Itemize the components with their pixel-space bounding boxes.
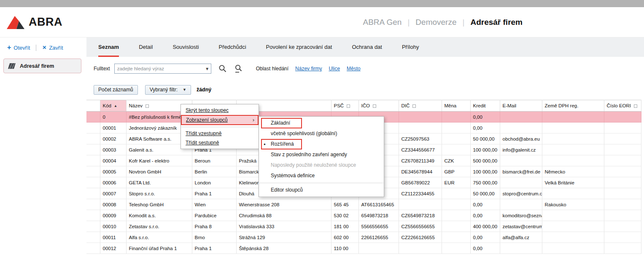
cell-dic[interactable]: GB56789022 <box>399 177 442 188</box>
cell-e-mail[interactable] <box>500 123 542 133</box>
cell-kod[interactable]: 00009 <box>100 210 126 221</box>
cell-mesto[interactable]: Beroun <box>192 155 236 166</box>
column-header-kod[interactable]: Kód▲ <box>100 100 126 112</box>
cell-mesto[interactable]: Brno <box>192 232 236 243</box>
cell-mena[interactable] <box>442 232 470 243</box>
cell-cislo-eori[interactable] <box>604 133 641 144</box>
cell-mena[interactable]: EUR <box>442 177 470 188</box>
cell-dic[interactable] <box>399 112 442 123</box>
cell-nazev[interactable]: Novtron GmbH <box>126 166 192 177</box>
cell-kod[interactable]: 00002 <box>100 133 126 144</box>
cell-kod[interactable]: 00001 <box>100 123 126 133</box>
table-row[interactable]: 00010Zetastav s.r.o.Praha 8Vratislavská … <box>86 221 641 232</box>
cell-dic[interactable]: CZ6549873218 <box>399 210 442 221</box>
open-button[interactable]: + Otevřít <box>7 44 30 51</box>
cell-e-mail[interactable]: bismarck@frei.de <box>500 166 542 177</box>
cell-e-mail[interactable] <box>500 199 542 210</box>
cell-cislo-eori[interactable] <box>604 144 641 155</box>
column-header-e-mail[interactable]: E-Mail <box>500 100 542 112</box>
cell-e-mail[interactable] <box>500 112 542 123</box>
cell-zeme-dph-reg[interactable]: Velká Británie <box>542 177 604 188</box>
cell-kredit[interactable]: 100 000,00 <box>470 166 500 177</box>
cell-kredit[interactable]: 50 000,00 <box>470 188 500 199</box>
cell-ulice[interactable]: Štěpánská 28 <box>236 243 331 254</box>
cell-e-mail[interactable] <box>500 177 542 188</box>
cell-kod[interactable]: 00005 <box>100 166 126 177</box>
menu-item-vcetne-spolehlivosti-globalni[interactable]: včetně spolehlivosti (globální) <box>259 128 384 139</box>
cell-zeme-dph-reg[interactable] <box>542 133 604 144</box>
cell-psc[interactable]: 110 00 <box>331 243 358 254</box>
cell-cislo-eori[interactable] <box>604 210 641 221</box>
cell-mena[interactable] <box>442 199 470 210</box>
menu-item-tridit-vzestupne[interactable]: Třídit vzestupně <box>181 129 259 138</box>
cell-ulice[interactable]: Chrudimská 88 <box>236 210 331 221</box>
tab-ochrana-dat[interactable]: Ochrana dat <box>352 37 382 57</box>
column-header-dic[interactable]: DIČ <box>399 100 442 112</box>
column-header-zeme-dph-reg[interactable]: Země DPH reg. <box>542 100 604 112</box>
cell-zeme-dph-reg[interactable] <box>542 210 604 221</box>
cell-ico[interactable] <box>358 243 399 254</box>
cell-ulice[interactable]: Wienerstrasse 208 <box>236 199 331 210</box>
column-header-psc[interactable]: PSČ <box>331 100 358 112</box>
cell-nazev[interactable]: Finanční úřad Praha 1 <box>126 243 192 254</box>
column-header-kredit[interactable]: Kredit <box>470 100 500 112</box>
cell-dic[interactable]: CZ6708211349 <box>399 155 442 166</box>
cell-zeme-dph-reg[interactable] <box>542 221 604 232</box>
cell-kod[interactable]: 00004 <box>100 155 126 166</box>
cell-mesto[interactable]: Praha 1 <box>192 243 236 254</box>
cell-kredit[interactable]: 100 000,00 <box>470 144 500 155</box>
tab-detail[interactable]: Detail <box>139 37 153 57</box>
table-row[interactable]: 00008Teleshop GmbHWienWienerstrasse 2085… <box>86 199 641 210</box>
cell-nazev[interactable]: Stopro s.r.o. <box>126 188 192 199</box>
cell-kod[interactable]: 00007 <box>100 188 126 199</box>
scope-link-mesto[interactable]: Město <box>347 66 361 72</box>
cell-psc[interactable]: 530 02 <box>331 210 358 221</box>
cell-nazev[interactable]: Komodit a.s. <box>126 210 192 221</box>
cell-zeme-dph-reg[interactable] <box>542 155 604 166</box>
fulltext-input[interactable] <box>115 66 204 71</box>
cell-kod[interactable]: 0 <box>100 112 126 123</box>
record-count-button[interactable]: Počet záznamů <box>94 85 138 95</box>
cell-zeme-dph-reg[interactable] <box>542 123 604 133</box>
cell-mena[interactable]: CZK <box>442 155 470 166</box>
cell-mena[interactable] <box>442 123 470 133</box>
column-header-ico[interactable]: IČO <box>358 100 399 112</box>
menu-item-rozsirena[interactable]: Rozšířená● <box>259 139 384 149</box>
cell-kredit[interactable]: 0,00 <box>470 112 500 123</box>
cell-mesto[interactable]: London <box>192 177 236 188</box>
table-row[interactable]: 00009Komodit a.s.PardubiceChrudimská 885… <box>86 210 641 221</box>
cell-kredit[interactable]: 0,00 <box>470 199 500 210</box>
cell-mena[interactable] <box>442 144 470 155</box>
cell-cislo-eori[interactable] <box>604 199 641 210</box>
menu-item-skryt-tento-sloupec[interactable]: Skrýt tento sloupec <box>181 106 259 115</box>
cell-e-mail[interactable]: komoditsro@sezna <box>500 210 542 221</box>
cell-dic[interactable]: DE345678944 <box>399 166 442 177</box>
menu-item-stav-z-posledniho-zavreni-agendy[interactable]: Stav z posledního zavření agendy <box>259 149 384 160</box>
cell-kod[interactable]: 00006 <box>100 177 126 188</box>
cell-kredit[interactable]: 0,00 <box>470 243 500 254</box>
cell-mena[interactable] <box>442 112 470 123</box>
cell-zeme-dph-reg[interactable] <box>542 112 604 123</box>
cell-dic[interactable] <box>399 123 442 133</box>
scope-link-nazev-firmy[interactable]: Název firmy <box>295 66 322 72</box>
tab-prilohy[interactable]: Přílohy <box>402 37 419 57</box>
cell-ico[interactable]: 5566556655 <box>358 221 399 232</box>
cell-dic[interactable]: CZ2266126655 <box>399 232 442 243</box>
cell-kod[interactable]: 00008 <box>100 199 126 210</box>
cell-ulice[interactable]: Vratislavská 333 <box>236 221 331 232</box>
tab-souvislosti[interactable]: Souvislosti <box>172 37 199 57</box>
cell-dic[interactable]: CZ1122334455 <box>399 188 442 199</box>
cell-cislo-eori[interactable] <box>604 221 641 232</box>
filter-select-button[interactable]: Vybraný filtr: ▼ <box>145 85 191 95</box>
cell-kredit[interactable]: 750 000,00 <box>470 177 500 188</box>
cell-mena[interactable] <box>442 243 470 254</box>
tab-predchudci[interactable]: Předchůdci <box>219 37 246 57</box>
cell-ico[interactable]: 2266126655 <box>358 232 399 243</box>
cell-dic[interactable]: CZ25097563 <box>399 133 442 144</box>
cell-e-mail[interactable]: obchod@abra.eu <box>500 133 542 144</box>
cell-kredit[interactable]: 0,00 <box>470 210 500 221</box>
cell-zeme-dph-reg[interactable]: Německo <box>542 166 604 177</box>
cell-mena[interactable] <box>442 188 470 199</box>
column-header-mena[interactable]: Měna <box>442 100 470 112</box>
cell-cislo-eori[interactable] <box>604 123 641 133</box>
